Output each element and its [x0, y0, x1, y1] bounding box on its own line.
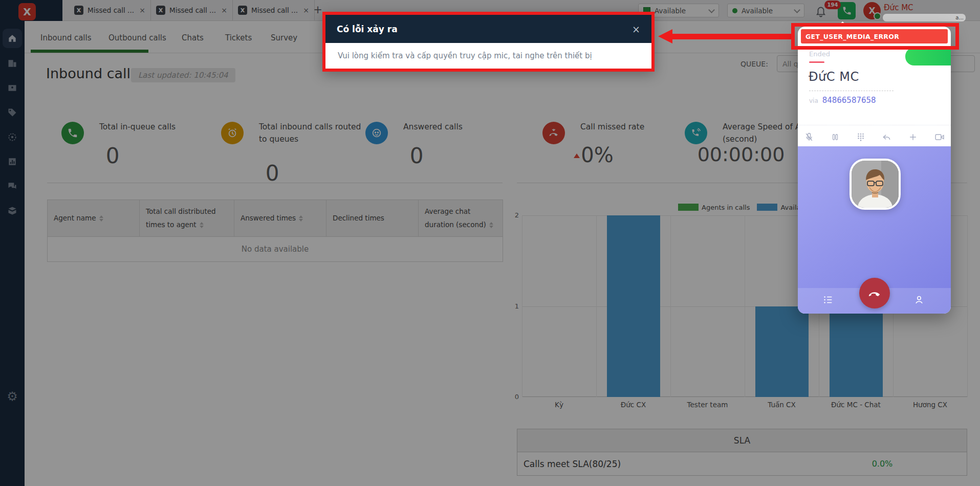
widget-divider [798, 125, 951, 125]
video-call-icon[interactable] [934, 132, 945, 144]
add-call-icon[interactable] [908, 132, 918, 144]
arrow-shaft [671, 34, 794, 39]
via-label: via [809, 97, 818, 104]
hold-icon[interactable] [831, 132, 840, 144]
call-widget: GET_USER_MEDIA_ERROR Ended ĐứC MC via 84… [798, 27, 951, 314]
callback-button[interactable] [905, 48, 951, 65]
arrow-head [658, 29, 672, 43]
call-status: Ended [809, 50, 830, 58]
caller-name-underline [809, 91, 894, 91]
modal-title: Có lỗi xảy ra [337, 24, 632, 34]
caller-name: ĐứC MC [809, 70, 859, 84]
modal-body-text: Vui lòng kiểm tra và cấp quyền truy cập … [325, 43, 651, 69]
forward-call-icon[interactable] [881, 132, 891, 144]
call-status-underline [809, 61, 824, 63]
modal-header: Có lỗi xảy ra × [325, 15, 651, 43]
call-controls [804, 130, 945, 146]
mic-off-icon[interactable] [804, 132, 814, 144]
error-banner: GET_USER_MEDIA_ERROR [801, 29, 948, 43]
error-modal: Có lỗi xảy ra × Vui lòng kiểm tra và cấp… [322, 12, 655, 72]
app-window: X X Missed call ... × X Missed call ... … [0, 0, 980, 486]
annotation-arrow [658, 29, 794, 43]
blurred-account-info: a... [883, 14, 966, 21]
modal-close-icon[interactable]: × [632, 24, 640, 35]
via-line: via 84866587658 [809, 96, 876, 105]
caller-avatar-photo [850, 159, 901, 210]
dialpad-icon[interactable] [856, 132, 865, 144]
contact-profile-icon[interactable] [913, 294, 925, 305]
hangup-button[interactable] [859, 278, 890, 308]
call-log-icon[interactable] [822, 294, 834, 305]
via-number[interactable]: 84866587658 [822, 96, 876, 105]
call-video-area [798, 146, 951, 314]
